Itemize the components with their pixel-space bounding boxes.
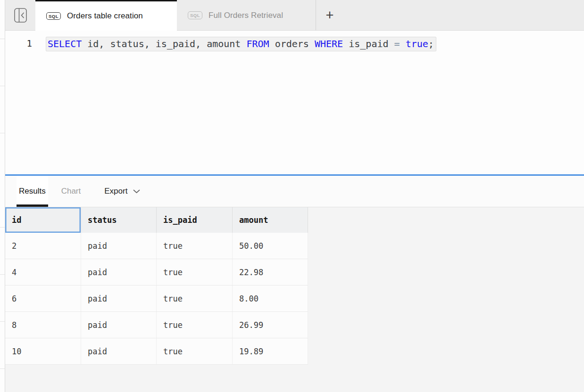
- table-cell[interactable]: true: [157, 233, 233, 259]
- table-row[interactable]: 8paidtrue26.99: [5, 312, 308, 338]
- sql-token-plain: id, status, is_paid, amount: [82, 38, 246, 49]
- tab-results-label: Results: [19, 187, 46, 196]
- sql-token-plain: [400, 38, 406, 49]
- plus-icon: +: [326, 8, 334, 23]
- table-cell[interactable]: true: [157, 259, 233, 285]
- sql-editor[interactable]: 1 SELECT id, status, is_paid, amount FRO…: [5, 31, 584, 174]
- export-label: Export: [104, 187, 127, 196]
- table-row[interactable]: 4paidtrue22.98: [5, 259, 308, 286]
- table-cell[interactable]: 19.89: [233, 338, 308, 364]
- table-cell[interactable]: true: [157, 338, 233, 364]
- table-cell[interactable]: 22.98: [233, 259, 308, 285]
- table-cell[interactable]: true: [157, 312, 233, 338]
- sql-file-icon: SQL: [46, 12, 61, 20]
- table-row[interactable]: 6paidtrue8.00: [5, 286, 308, 312]
- collapse-sidebar-button[interactable]: [5, 0, 35, 31]
- sql-token-plain: ;: [428, 38, 434, 49]
- results-table: idstatusis_paidamount 2paidtrue50.004pai…: [5, 207, 308, 365]
- sql-token-keyword: WHERE: [315, 38, 343, 49]
- results-table-header: idstatusis_paidamount: [5, 207, 308, 233]
- table-cell[interactable]: 10: [5, 338, 81, 364]
- tab-results[interactable]: Results: [17, 176, 48, 207]
- sql-client-window: SQL Orders table creation SQL Full Order…: [0, 0, 584, 392]
- sql-token-plain: is_paid: [343, 38, 394, 49]
- column-header-id[interactable]: id: [5, 207, 81, 233]
- background-panel-edge: [0, 0, 5, 392]
- tab-label: Full Orders Retrieval: [209, 11, 283, 20]
- table-cell[interactable]: 8.00: [233, 286, 308, 311]
- table-row[interactable]: 2paidtrue50.00: [5, 233, 308, 259]
- tab-label: Orders table creation: [67, 11, 143, 21]
- table-cell[interactable]: 4: [5, 259, 81, 285]
- tab-full-orders-retrieval[interactable]: SQL Full Orders Retrieval: [177, 0, 316, 31]
- code-line: 1 SELECT id, status, is_paid, amount FRO…: [5, 37, 584, 51]
- new-tab-button[interactable]: +: [316, 0, 343, 31]
- collapse-sidebar-icon: [14, 8, 27, 23]
- results-panel: Results Chart Export idstatusis_paidamou…: [5, 176, 584, 392]
- column-header-amount[interactable]: amount: [233, 207, 308, 233]
- sql-token-keyword: true: [406, 38, 428, 49]
- table-cell[interactable]: paid: [81, 312, 157, 338]
- table-cell[interactable]: 2: [5, 233, 81, 259]
- column-header-is_paid[interactable]: is_paid: [157, 207, 233, 233]
- table-cell[interactable]: 8: [5, 312, 81, 338]
- table-cell[interactable]: 50.00: [233, 233, 308, 259]
- line-number: 1: [5, 37, 32, 50]
- table-cell[interactable]: paid: [81, 338, 157, 364]
- chevron-down-icon: [133, 189, 140, 194]
- results-table-body: 2paidtrue50.004paidtrue22.986paidtrue8.0…: [5, 233, 308, 365]
- main-area: SQL Orders table creation SQL Full Order…: [5, 0, 584, 392]
- table-row[interactable]: 10paidtrue19.89: [5, 338, 308, 365]
- table-cell[interactable]: 6: [5, 286, 81, 311]
- sql-file-icon: SQL: [188, 11, 202, 19]
- sql-token-operator: =: [394, 38, 400, 49]
- export-button[interactable]: Export: [104, 176, 140, 207]
- column-header-status[interactable]: status: [81, 207, 157, 233]
- sql-token-plain: orders: [269, 38, 315, 49]
- table-cell[interactable]: 26.99: [233, 312, 308, 338]
- query-tab-bar: SQL Orders table creation SQL Full Order…: [5, 0, 584, 31]
- table-cell[interactable]: true: [157, 286, 233, 311]
- tab-chart[interactable]: Chart: [59, 176, 83, 207]
- tab-chart-label: Chart: [61, 187, 81, 196]
- sql-token-keyword: FROM: [246, 38, 269, 49]
- table-cell[interactable]: paid: [81, 286, 157, 311]
- tab-orders-table-creation[interactable]: SQL Orders table creation: [35, 0, 177, 31]
- sql-statement[interactable]: SELECT id, status, is_paid, amount FROM …: [46, 37, 436, 51]
- table-cell[interactable]: paid: [81, 259, 157, 285]
- results-toolbar: Results Chart Export: [5, 176, 584, 207]
- table-cell[interactable]: paid: [81, 233, 157, 259]
- sql-token-keyword: SELECT: [48, 38, 82, 49]
